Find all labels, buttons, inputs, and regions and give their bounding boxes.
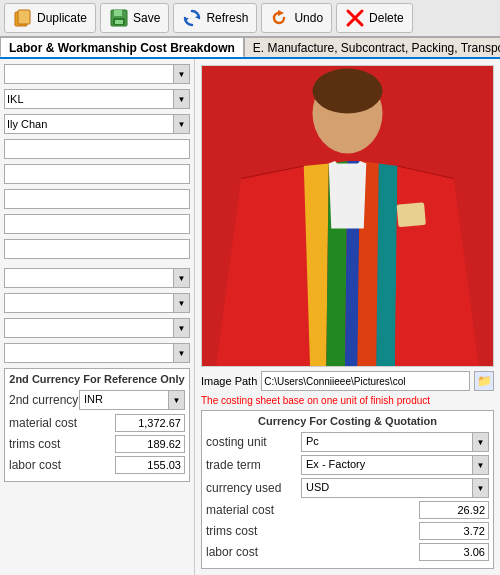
- image-path-row: Image Path 📁: [195, 367, 500, 393]
- field-row-3: ▼: [4, 113, 190, 135]
- second-trims-cost-row: trims cost: [9, 435, 185, 453]
- second-material-cost-label: material cost: [9, 416, 115, 430]
- browse-icon: 📁: [477, 374, 492, 388]
- field-row-5: [4, 163, 190, 185]
- svg-marker-21: [329, 164, 367, 229]
- svg-point-13: [313, 69, 383, 114]
- second-currency-label: 2nd currency: [9, 393, 79, 407]
- field-5-input[interactable]: [4, 164, 190, 184]
- costing-currency-title: Currency For Costing & Quotation: [206, 415, 489, 427]
- delete-icon: [345, 8, 365, 28]
- undo-label: Undo: [294, 11, 323, 25]
- delete-label: Delete: [369, 11, 404, 25]
- second-currency-title: 2nd Currency For Reference Only: [9, 373, 185, 385]
- second-material-cost-value[interactable]: [115, 414, 185, 432]
- delete-button[interactable]: Delete: [336, 3, 413, 33]
- field-row-10: ▼: [4, 292, 190, 314]
- second-currency-box: 2nd Currency For Reference Only 2nd curr…: [4, 368, 190, 482]
- second-labor-cost-label: labor cost: [9, 458, 115, 472]
- warning-text: The costing sheet base on one unit of fi…: [195, 393, 500, 410]
- field-row-2: ▼: [4, 88, 190, 110]
- field-4-input[interactable]: [4, 139, 190, 159]
- duplicate-button[interactable]: Duplicate: [4, 3, 96, 33]
- tab-labor[interactable]: Labor & Workmanship Cost Breakdown: [0, 37, 244, 57]
- second-currency-currency-row: 2nd currency INR ▼: [9, 390, 185, 410]
- second-trims-cost-value[interactable]: [115, 435, 185, 453]
- save-button[interactable]: Save: [100, 3, 169, 33]
- duplicate-label: Duplicate: [37, 11, 87, 25]
- second-currency-dropdown[interactable]: ▼: [168, 391, 184, 409]
- trade-term-row: trade term Ex - Factory ▼: [206, 455, 489, 475]
- field-7-input[interactable]: [4, 214, 190, 234]
- currency-used-label: currency used: [206, 481, 301, 495]
- field-2-dropdown[interactable]: ▼: [174, 89, 190, 109]
- toolbar: Duplicate Save Refresh: [0, 0, 500, 37]
- field-3-input[interactable]: [4, 114, 174, 134]
- trade-term-label: trade term: [206, 458, 301, 472]
- trade-term-dropdown[interactable]: ▼: [472, 456, 488, 474]
- second-labor-cost-row: labor cost: [9, 456, 185, 474]
- costing-unit-dropdown[interactable]: ▼: [472, 433, 488, 451]
- save-label: Save: [133, 11, 160, 25]
- field-3-dropdown[interactable]: ▼: [174, 114, 190, 134]
- product-image-svg: [202, 66, 493, 366]
- costing-material-cost-label: material cost: [206, 503, 419, 517]
- second-trims-cost-label: trims cost: [9, 437, 115, 451]
- currency-used-dropdown[interactable]: ▼: [472, 479, 488, 497]
- field-1-input[interactable]: [4, 64, 174, 84]
- duplicate-icon: [13, 8, 33, 28]
- costing-material-cost-value[interactable]: [419, 501, 489, 519]
- field-row-12: ▼: [4, 342, 190, 364]
- field-1-dropdown[interactable]: ▼: [174, 64, 190, 84]
- save-icon: [109, 8, 129, 28]
- field-12-dropdown[interactable]: ▼: [174, 343, 190, 363]
- field-2-input[interactable]: [4, 89, 174, 109]
- costing-material-cost-row: material cost: [206, 501, 489, 519]
- field-10-dropdown[interactable]: ▼: [174, 293, 190, 313]
- image-path-label: Image Path: [201, 375, 257, 387]
- refresh-label: Refresh: [206, 11, 248, 25]
- costing-labor-cost-row: labor cost: [206, 543, 489, 561]
- costing-unit-row: costing unit Pc ▼: [206, 432, 489, 452]
- right-panel: Image Path 📁 The costing sheet base on o…: [195, 59, 500, 575]
- field-8-input[interactable]: [4, 239, 190, 259]
- svg-marker-8: [278, 10, 284, 16]
- field-row-9: ▼: [4, 267, 190, 289]
- second-currency-value: INR: [80, 391, 168, 409]
- svg-rect-23: [397, 202, 426, 227]
- undo-button[interactable]: Undo: [261, 3, 332, 33]
- currency-used-row: currency used USD ▼: [206, 478, 489, 498]
- field-9-input[interactable]: [4, 268, 174, 288]
- image-path-browse-button[interactable]: 📁: [474, 371, 494, 391]
- field-9-dropdown[interactable]: ▼: [174, 268, 190, 288]
- costing-trims-cost-label: trims cost: [206, 524, 419, 538]
- field-10-input[interactable]: [4, 293, 174, 313]
- field-row-1: ▼: [4, 63, 190, 85]
- svg-marker-19: [376, 164, 397, 367]
- field-row-7: [4, 213, 190, 235]
- image-path-input[interactable]: [261, 371, 470, 391]
- field-6-input[interactable]: [4, 189, 190, 209]
- costing-labor-cost-label: labor cost: [206, 545, 419, 559]
- left-fields: ▼ ▼ ▼: [0, 59, 194, 364]
- undo-icon: [270, 8, 290, 28]
- refresh-icon: [182, 8, 202, 28]
- field-row-6: [4, 188, 190, 210]
- field-12-input[interactable]: [4, 343, 174, 363]
- svg-rect-1: [18, 10, 30, 24]
- costing-labor-cost-value[interactable]: [419, 543, 489, 561]
- image-area: [201, 65, 494, 367]
- field-row-8: [4, 238, 190, 260]
- svg-rect-3: [114, 10, 122, 16]
- field-11-dropdown[interactable]: ▼: [174, 318, 190, 338]
- main-content: ▼ ▼ ▼: [0, 59, 500, 575]
- refresh-button[interactable]: Refresh: [173, 3, 257, 33]
- field-11-input[interactable]: [4, 318, 174, 338]
- second-material-cost-row: material cost: [9, 414, 185, 432]
- costing-trims-cost-value[interactable]: [419, 522, 489, 540]
- second-labor-cost-value[interactable]: [115, 456, 185, 474]
- left-panel: ▼ ▼ ▼: [0, 59, 195, 575]
- svg-rect-5: [115, 20, 123, 24]
- field-row-4: [4, 138, 190, 160]
- tab-manufacture[interactable]: E. Manufacture, Subcontract, Packing, Tr…: [244, 37, 500, 57]
